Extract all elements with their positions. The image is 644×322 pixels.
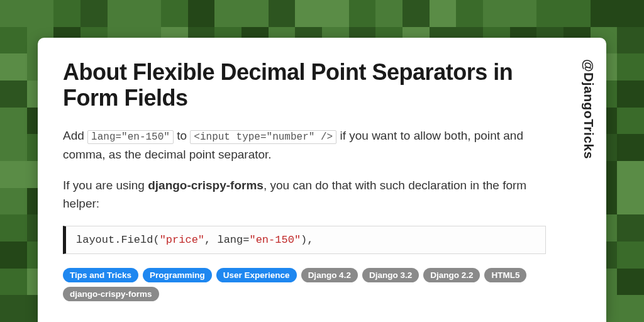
code-block: layout.Field("price", lang="en-150"), [63,226,546,254]
tag[interactable]: Django 3.2 [362,268,419,282]
tag[interactable]: Programming [143,268,212,282]
code-text: layout.Field( [76,234,160,246]
author-handle: @DjangoTricks [581,59,596,159]
code-text: ), [301,234,313,246]
code-string: "price" [160,234,204,246]
inline-code-lang: lang="en-150" [87,130,174,144]
intro-paragraph: Add lang="en-150" to <input type="number… [63,126,546,164]
sidebar: @DjangoTricks [571,38,606,322]
tag[interactable]: User Experience [216,268,297,282]
tag[interactable]: django-crispy-forms [63,287,159,301]
text: Add [63,129,87,142]
article-content: About Flexible Decimal Point Separators … [38,38,571,322]
inline-code-input: <input type="number" /> [190,130,336,144]
text: to [174,129,190,142]
crispy-paragraph: If you are using django-crispy-forms, yo… [63,176,546,213]
tag[interactable]: Django 4.2 [301,268,358,282]
code-string: "en-150" [249,234,301,246]
tag[interactable]: HTML5 [484,268,526,282]
code-text: , lang= [204,234,249,246]
article-card: About Flexible Decimal Point Separators … [38,38,606,322]
text: If you are using [63,179,148,192]
tag-list: Tips and TricksProgrammingUser Experienc… [63,268,546,301]
tag[interactable]: Tips and Tricks [63,268,138,282]
page-title: About Flexible Decimal Point Separators … [63,59,546,111]
crispy-forms-name: django-crispy-forms [148,179,264,192]
tag[interactable]: Django 2.2 [423,268,480,282]
